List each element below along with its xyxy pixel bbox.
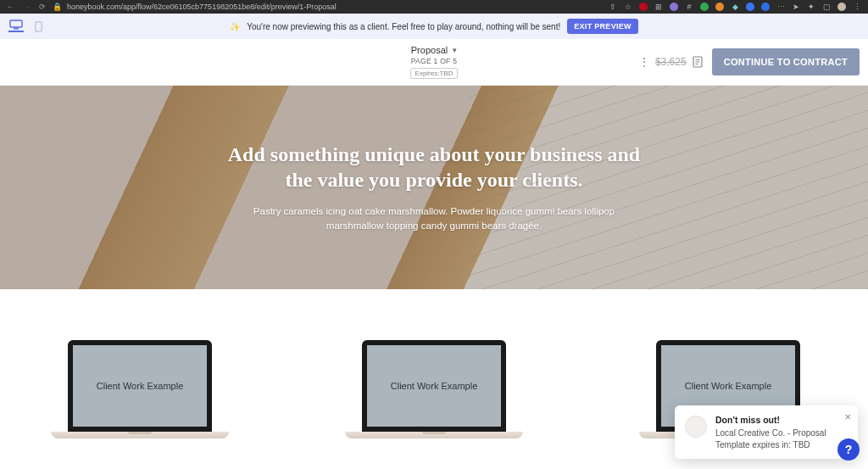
hero-heading: Add something unique about your business… [214,142,654,193]
device-toggle [8,20,46,32]
ext-purple-icon[interactable] [670,3,678,11]
svg-rect-0 [10,20,22,27]
proposal-title: Proposal [411,45,448,55]
lock-icon: 🔒 [53,3,62,11]
preview-banner: ✨ You're now previewing this as a client… [0,14,868,39]
svg-rect-2 [35,21,41,31]
browser-extensions: ⇧ ☆ ⊞ # ◆ ⋯ ➤ ✦ ▢ ⋮ [609,3,861,11]
star-icon[interactable]: ☆ [624,3,632,11]
svg-rect-1 [14,28,19,30]
page-indicator: PAGE 1 OF 5 [411,57,458,65]
portfolio-screen: Client Work Example [362,340,506,432]
chevron-down-icon: ▾ [453,46,457,54]
portfolio-label: Client Work Example [685,381,772,391]
hero-subtext: Pastry caramels icing oat cake marshmall… [239,204,629,234]
address-bar[interactable]: 🔒 honeybook.com/app/flow/62ce06105cb7751… [53,3,602,11]
hero-section: Add something unique about your business… [0,86,868,289]
continue-to-contract-button[interactable]: CONTINUE TO CONTRACT [712,48,860,75]
expiry-toast: × Don't miss out! Local Creative Co. - P… [675,405,858,459]
nav-reload-icon[interactable]: ⟳ [39,3,46,11]
ext-orange-icon[interactable] [715,3,724,11]
portfolio-item: Client Work Example [345,340,523,438]
exit-preview-button[interactable]: EXIT PREVIEW [567,19,638,34]
proposal-selector[interactable]: Proposal ▾ [411,45,457,55]
proposal-toolbar: Proposal ▾ PAGE 1 OF 5 Expires:TBD ⋮ $3,… [0,39,868,86]
ext-chat-icon[interactable] [761,3,770,11]
mobile-view-icon[interactable] [31,20,46,32]
more-options-icon[interactable]: ⋮ [638,55,650,69]
expires-badge: Expires:TBD [410,68,459,79]
profile-avatar-icon[interactable] [837,3,846,11]
portfolio-label: Client Work Example [391,381,478,391]
invoice-icon[interactable] [692,56,704,68]
share-icon[interactable]: ⇧ [609,3,617,11]
browser-chrome: ← → ⟳ 🔒 honeybook.com/app/flow/62ce06105… [0,0,868,14]
ext-diamond-icon[interactable]: ◆ [731,3,739,11]
desktop-view-icon[interactable] [8,20,24,32]
portfolio-screen: Client Work Example [68,340,212,432]
preview-message: You're now previewing this as a client. … [247,22,560,31]
portfolio-item: Client Work Example [51,340,229,438]
close-icon[interactable]: × [844,410,851,423]
nav-back-icon[interactable]: ← [7,3,14,11]
toast-body: Local Creative Co. - Proposal Template e… [715,428,826,449]
puzzle-icon[interactable]: ✦ [807,3,815,11]
toast-title: Don't miss out! [715,414,848,426]
window-icon[interactable]: ▢ [822,3,831,11]
ext-green-icon[interactable] [700,3,709,11]
price-display: $3,625 [655,56,687,68]
laptop-base [51,432,229,438]
ext-dots-icon[interactable]: ⋯ [776,3,785,11]
ext-arrow-icon[interactable]: ➤ [792,3,800,11]
nav-forward-icon[interactable]: → [23,3,31,11]
chrome-menu-icon[interactable]: ⋮ [853,3,861,11]
portfolio-label: Client Work Example [97,381,184,391]
toast-avatar [685,416,707,438]
help-button[interactable]: ? [837,438,860,461]
laptop-base [345,432,523,438]
url-text: honeybook.com/app/flow/62ce06105cb775198… [67,3,337,11]
sparkle-icon: ✨ [230,22,240,31]
pinterest-icon[interactable] [639,3,648,11]
hash-icon[interactable]: # [685,3,693,11]
grid-icon[interactable]: ⊞ [654,3,663,11]
ext-blue-icon[interactable] [746,3,754,11]
